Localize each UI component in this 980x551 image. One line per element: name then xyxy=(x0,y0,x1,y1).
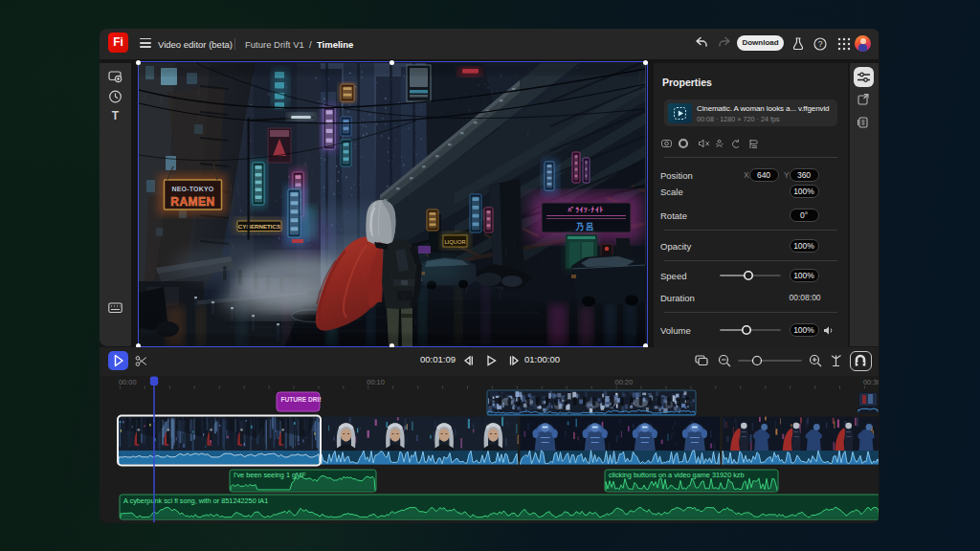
svg-text:T: T xyxy=(112,109,120,122)
svg-text:clicking buttons on a video ga: clicking buttons on a video game 31920 k… xyxy=(609,471,745,479)
svg-text:00:20: 00:20 xyxy=(615,378,634,386)
svg-text:00:10: 00:10 xyxy=(367,378,385,386)
svg-text:?: ? xyxy=(818,39,823,49)
svg-text:00:00: 00:00 xyxy=(119,378,137,386)
svg-text:FUTURE DRI!: FUTURE DRI! xyxy=(281,396,322,403)
svg-text:A cyberpunk sci fi song, with: A cyberpunk sci fi song, with or 8512422… xyxy=(123,496,268,505)
svg-text:00:30: 00:30 xyxy=(863,378,879,386)
svg-text:I've been seeing 1 gMF: I've been seeing 1 gMF xyxy=(234,471,306,479)
